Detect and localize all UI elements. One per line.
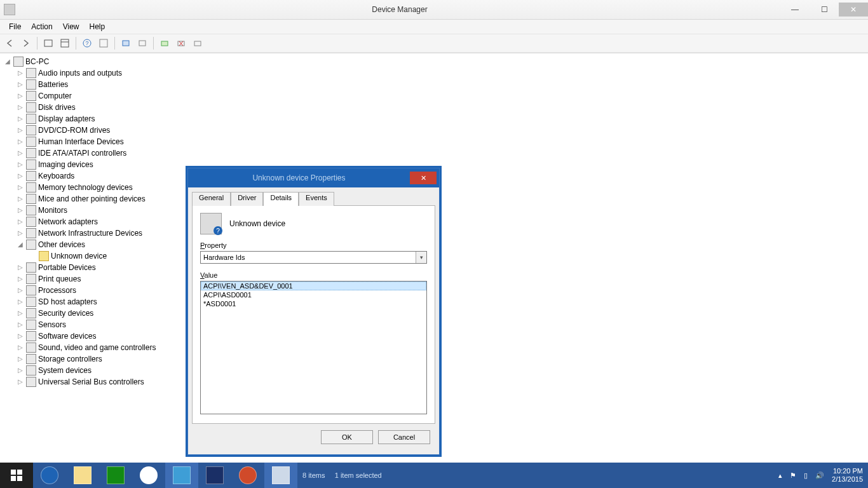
list-item[interactable]: *ASD0001 <box>201 299 426 308</box>
dialog-titlebar[interactable]: Unknown device Properties ✕ <box>188 168 439 187</box>
tree-category[interactable]: ▷Disk drives <box>17 102 867 113</box>
expand-icon[interactable]: ▷ <box>17 296 24 308</box>
tree-root[interactable]: ◢ BC-PC <box>4 56 867 67</box>
tree-category[interactable]: ▷Processors <box>17 285 867 296</box>
tree-category[interactable]: ▷Sound, video and game controllers <box>17 342 867 353</box>
list-item[interactable]: ACPI\VEN_ASD&DEV_0001 <box>201 281 426 290</box>
disable-icon[interactable] <box>191 36 205 50</box>
tray-network-icon[interactable]: ▯ <box>804 471 808 480</box>
tray-flag-icon[interactable]: ⚑ <box>790 471 796 480</box>
tree-category[interactable]: ▷Network Infrastructure Devices <box>17 227 867 239</box>
tree-category[interactable]: ▷IDE ATA/ATAPI controllers <box>17 147 867 159</box>
tree-category[interactable]: ▷Keyboards <box>17 170 867 182</box>
taskbar-devmgr[interactable] <box>264 463 297 488</box>
expand-icon[interactable]: ▷ <box>17 216 24 227</box>
expand-icon[interactable]: ▷ <box>17 353 24 365</box>
show-hidden-icon[interactable] <box>41 36 55 50</box>
expand-icon[interactable]: ▷ <box>17 319 24 330</box>
tree-category[interactable]: ▷Print queues <box>17 273 867 285</box>
tree-category[interactable]: ▷Security devices <box>17 308 867 319</box>
menu-action[interactable]: Action <box>26 20 57 34</box>
menu-view[interactable]: View <box>58 20 85 34</box>
taskbar-ccleaner[interactable] <box>231 463 264 488</box>
tree-device-unknown[interactable]: Unknown device <box>29 250 867 262</box>
taskbar-item[interactable] <box>165 463 198 488</box>
taskbar-malwarebytes[interactable] <box>198 463 231 488</box>
uninstall-icon[interactable] <box>174 36 188 50</box>
tray-chevron-icon[interactable]: ▴ <box>778 471 782 480</box>
start-button[interactable] <box>0 463 33 488</box>
dialog-close-button[interactable]: ✕ <box>410 172 437 184</box>
tree-category[interactable]: ▷Imaging devices <box>17 159 867 170</box>
tab-general[interactable]: General <box>192 192 231 206</box>
update-driver-icon[interactable] <box>158 36 172 50</box>
tree-category[interactable]: ▷Monitors <box>17 205 867 216</box>
expand-icon[interactable]: ▷ <box>17 330 24 342</box>
expand-icon[interactable]: ▷ <box>17 159 24 170</box>
maximize-button[interactable]: ☐ <box>810 3 839 17</box>
taskbar-store[interactable] <box>99 463 132 488</box>
menu-file[interactable]: File <box>4 20 26 34</box>
tree-category[interactable]: ▷Memory technology devices <box>17 182 867 193</box>
expand-icon[interactable]: ▷ <box>17 102 24 113</box>
expand-icon[interactable]: ▷ <box>17 285 24 296</box>
toolbar-icon[interactable] <box>135 36 149 50</box>
tree-category[interactable]: ▷Portable Devices <box>17 262 867 273</box>
menu-help[interactable]: Help <box>85 20 111 34</box>
expand-icon[interactable]: ▷ <box>17 308 24 319</box>
value-listbox[interactable]: ACPI\VEN_ASD&DEV_0001 ACPI\ASD0001 *ASD0… <box>200 281 427 414</box>
system-tray[interactable]: ▴ ⚑ ▯ 🔊 10:20 PM 2/13/2015 <box>778 467 868 484</box>
back-button[interactable] <box>3 36 17 50</box>
tree-category[interactable]: ▷Software devices <box>17 330 867 342</box>
expand-icon[interactable]: ▷ <box>17 136 24 147</box>
taskbar-explorer[interactable] <box>66 463 99 488</box>
property-dropdown[interactable]: Hardware Ids ▾ <box>200 251 427 264</box>
tab-events[interactable]: Events <box>299 192 334 206</box>
toolbar-icon[interactable] <box>97 36 111 50</box>
taskbar-ie[interactable] <box>33 463 66 488</box>
tree-category[interactable]: ▷Storage controllers <box>17 353 867 365</box>
tree-category[interactable]: ▷Computer <box>17 90 867 102</box>
taskbar-clock[interactable]: 10:20 PM 2/13/2015 <box>832 467 863 484</box>
tree-category[interactable]: ▷Network adapters <box>17 216 867 227</box>
expand-icon[interactable]: ▷ <box>17 182 24 193</box>
collapse-icon[interactable]: ◢ <box>17 239 24 250</box>
expand-icon[interactable]: ▷ <box>17 113 24 125</box>
expand-icon[interactable]: ▷ <box>17 170 24 182</box>
tree-category[interactable]: ▷SD host adapters <box>17 296 867 308</box>
expand-icon[interactable]: ▷ <box>17 227 24 239</box>
cancel-button[interactable]: Cancel <box>378 430 430 444</box>
tree-category[interactable]: ▷Audio inputs and outputs <box>17 67 867 79</box>
tab-driver[interactable]: Driver <box>231 192 263 206</box>
tree-category[interactable]: ▷DVD/CD-ROM drives <box>17 125 867 136</box>
expand-icon[interactable]: ▷ <box>17 365 24 376</box>
tray-volume-icon[interactable]: 🔊 <box>815 471 824 480</box>
close-button[interactable]: ✕ <box>839 3 868 17</box>
scan-icon[interactable] <box>119 36 133 50</box>
expand-icon[interactable]: ▷ <box>17 376 24 388</box>
minimize-button[interactable]: — <box>780 3 810 17</box>
expand-icon[interactable]: ▷ <box>17 67 24 79</box>
list-item[interactable]: ACPI\ASD0001 <box>201 290 426 299</box>
tree-category[interactable]: ▷Universal Serial Bus controllers <box>17 376 867 388</box>
tree-category[interactable]: ◢Other devices <box>17 239 867 250</box>
tab-details[interactable]: Details <box>263 192 299 206</box>
expand-icon[interactable]: ▷ <box>17 90 24 102</box>
tree-category[interactable]: ▷System devices <box>17 365 867 376</box>
tree-category[interactable]: ▷Human Interface Devices <box>17 136 867 147</box>
taskbar[interactable]: 8 items 1 item selected ▴ ⚑ ▯ 🔊 10:20 PM… <box>0 463 868 488</box>
expand-icon[interactable]: ▷ <box>17 273 24 285</box>
expand-icon[interactable]: ▷ <box>17 262 24 273</box>
expand-icon[interactable]: ▷ <box>17 193 24 205</box>
tree-category[interactable]: ▷Display adapters <box>17 113 867 125</box>
tree-category[interactable]: ▷Batteries <box>17 79 867 90</box>
forward-button[interactable] <box>19 36 33 50</box>
expand-icon[interactable]: ▷ <box>17 79 24 90</box>
help-icon[interactable]: ? <box>80 36 94 50</box>
collapse-icon[interactable]: ◢ <box>4 56 11 67</box>
taskbar-chrome[interactable] <box>132 463 165 488</box>
tree-category[interactable]: ▷Mice and other pointing devices <box>17 193 867 205</box>
expand-icon[interactable]: ▷ <box>17 205 24 216</box>
expand-icon[interactable]: ▷ <box>17 342 24 353</box>
expand-icon[interactable]: ▷ <box>17 147 24 159</box>
